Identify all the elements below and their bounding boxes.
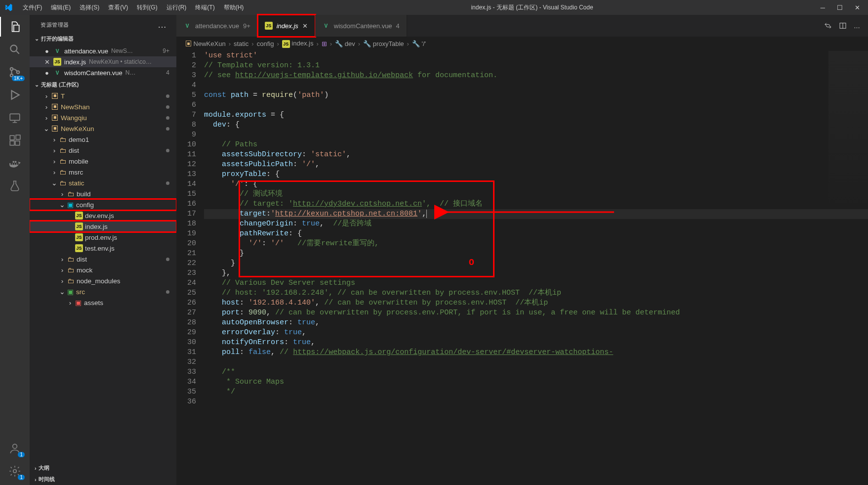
open-editor-item[interactable]: ●VwisdomCanteen.vue N…4: [30, 67, 176, 78]
breadcrumb-item[interactable]: static: [234, 40, 248, 47]
activity-docker-icon[interactable]: [8, 156, 22, 170]
code-line[interactable]: '/': '/' //需要rewrite重写的,: [204, 239, 868, 249]
open-editors-header[interactable]: ⌄ 打开的编辑器: [30, 33, 176, 44]
activity-debug-icon[interactable]: [8, 88, 22, 102]
code-line[interactable]: */: [204, 387, 868, 397]
code-line[interactable]: // Template version: 1.3.1: [204, 61, 868, 71]
editor-tab[interactable]: Vattendance.vue9+: [176, 15, 258, 37]
code-line[interactable]: [204, 397, 868, 407]
code-line[interactable]: // 测试环境: [204, 189, 868, 199]
activity-extensions-icon[interactable]: [8, 133, 22, 147]
tree-file[interactable]: JSindex.js: [30, 221, 176, 232]
menu-file[interactable]: 文件(F): [19, 1, 46, 14]
split-editor-icon[interactable]: [839, 22, 847, 30]
tree-folder[interactable]: ›🗀dist: [30, 145, 176, 156]
code-line[interactable]: dev: {: [204, 120, 868, 130]
breadcrumb-item[interactable]: 🞕 NewKeXun: [185, 40, 226, 47]
code-line[interactable]: pathRewrite: {: [204, 229, 868, 239]
code-line[interactable]: const path = require('path'): [204, 90, 868, 100]
code-line[interactable]: // Paths: [204, 140, 868, 150]
timeline-header[interactable]: › 时间线: [30, 474, 176, 485]
minimize-icon[interactable]: ─: [821, 4, 825, 11]
activity-search-icon[interactable]: [8, 43, 22, 56]
editor-tab[interactable]: VwisdomCanteen.vue4: [315, 15, 407, 37]
tree-folder[interactable]: ›🗀dist: [30, 254, 176, 265]
breadcrumb-item[interactable]: JS index.js: [282, 40, 314, 48]
code-line[interactable]: changeOrigin: true, //是否跨域: [204, 219, 868, 229]
open-editor-item[interactable]: ●Vattendance.vue NewS…9+: [30, 45, 176, 56]
code-line[interactable]: assetsPublicPath: '/',: [204, 160, 868, 170]
code-line[interactable]: [204, 357, 868, 367]
code-line[interactable]: },: [204, 268, 868, 278]
tree-folder[interactable]: ›🗀build: [30, 188, 176, 199]
tree-folder[interactable]: ›🗀msrc: [30, 167, 176, 177]
tree-folder[interactable]: ›▣assets: [30, 297, 176, 308]
tree-file[interactable]: JSdev.env.js: [30, 210, 176, 221]
code-line[interactable]: [204, 81, 868, 90]
code-line[interactable]: assetsSubDirectory: 'static',: [204, 150, 868, 160]
code-content[interactable]: O 'use strict'// Template version: 1.3.1…: [204, 51, 868, 485]
tree-folder[interactable]: ›🞕T: [30, 90, 176, 101]
code-line[interactable]: errorOverlay: true,: [204, 328, 868, 338]
activity-git-icon[interactable]: 1K+: [8, 65, 22, 79]
activity-account-icon[interactable]: 1: [8, 441, 22, 455]
close-icon[interactable]: ✕: [43, 58, 50, 66]
code-line[interactable]: autoOpenBrowser: true,: [204, 318, 868, 328]
code-line[interactable]: proxyTable: {: [204, 170, 868, 179]
maximize-icon[interactable]: ☐: [837, 4, 843, 11]
tree-folder[interactable]: ›🗀demo1: [30, 134, 176, 145]
activity-testing-icon[interactable]: [8, 179, 22, 193]
menu-help[interactable]: 帮助(H): [220, 1, 248, 14]
sidebar-more-icon[interactable]: …: [158, 20, 167, 30]
breadcrumb-item[interactable]: 🔧 dev: [335, 40, 355, 47]
editor-tab[interactable]: JSindex.js✕: [258, 15, 315, 37]
tree-folder[interactable]: ›🗀mock: [30, 265, 176, 275]
tree-folder[interactable]: ›🗀mobile: [30, 156, 176, 167]
tree-file[interactable]: JStest.env.js: [30, 243, 176, 254]
code-line[interactable]: /**: [204, 367, 868, 377]
breadcrumb-item[interactable]: config: [257, 40, 274, 47]
menu-run[interactable]: 运行(R): [163, 1, 191, 14]
activity-explorer-icon[interactable]: [8, 20, 22, 34]
menu-select[interactable]: 选择(S): [76, 1, 103, 14]
menu-view[interactable]: 查看(V): [104, 1, 132, 14]
code-line[interactable]: // Various Dev Server settings: [204, 278, 868, 288]
breadcrumb-item[interactable]: 🔧 '/': [412, 40, 426, 47]
menu-edit[interactable]: 编辑(E): [47, 1, 75, 14]
tree-folder[interactable]: ›🞕NewShan: [30, 101, 176, 112]
outline-header[interactable]: › 大纲: [30, 462, 176, 474]
code-line[interactable]: * Source Maps: [204, 377, 868, 387]
code-line[interactable]: '/': {: [204, 179, 868, 189]
code-line[interactable]: module.exports = {: [204, 110, 868, 120]
minimap[interactable]: [828, 51, 868, 209]
code-line[interactable]: poll: false, // https://webpack.js.org/c…: [204, 348, 868, 357]
code-editor[interactable]: 1234567891011121314151617181920212223242…: [176, 51, 868, 485]
code-line[interactable]: host: '192.168.4.140', // can be overwri…: [204, 298, 868, 308]
code-line[interactable]: // see http://vuejs-templates.github.io/…: [204, 71, 868, 81]
tree-folder[interactable]: ⌄▣config: [30, 199, 176, 210]
breadcrumb[interactable]: 🞕 NewKeXun›static›config›JS index.js›⊞ ›…: [176, 37, 868, 51]
code-line[interactable]: [204, 130, 868, 140]
activity-settings-icon[interactable]: 1: [8, 464, 22, 478]
code-line[interactable]: notifyOnErrors: true,: [204, 338, 868, 348]
tree-folder[interactable]: ⌄🞕NewKeXun: [30, 123, 176, 134]
code-line[interactable]: }: [204, 259, 868, 268]
tree-file[interactable]: JSprod.env.js: [30, 232, 176, 243]
code-line[interactable]: target:'http://kexun.cptshop.net.cn:8081…: [204, 209, 868, 219]
tree-folder[interactable]: ⌄▣src: [30, 286, 176, 297]
close-icon[interactable]: ✕: [302, 22, 308, 30]
more-icon[interactable]: …: [854, 22, 860, 30]
code-line[interactable]: port: 9090, // can be overwritten by pro…: [204, 308, 868, 318]
tree-folder[interactable]: ›🗀node_modules: [30, 275, 176, 286]
code-line[interactable]: 'use strict': [204, 51, 868, 61]
code-line[interactable]: // host: '192.168.2.248', // can be over…: [204, 288, 868, 298]
menu-goto[interactable]: 转到(G): [133, 1, 161, 14]
breadcrumb-item[interactable]: ⊞: [322, 40, 327, 47]
breadcrumb-item[interactable]: 🔧 proxyTable: [363, 40, 404, 47]
compare-icon[interactable]: [824, 22, 832, 30]
code-line[interactable]: }: [204, 249, 868, 259]
workspace-header[interactable]: ⌄ 无标题 (工作区): [30, 79, 176, 90]
close-icon[interactable]: ✕: [855, 4, 860, 11]
code-line[interactable]: // target: 'http://ydy3dev.cptshop.net.c…: [204, 199, 868, 209]
tree-folder[interactable]: ⌄🗀static: [30, 177, 176, 188]
